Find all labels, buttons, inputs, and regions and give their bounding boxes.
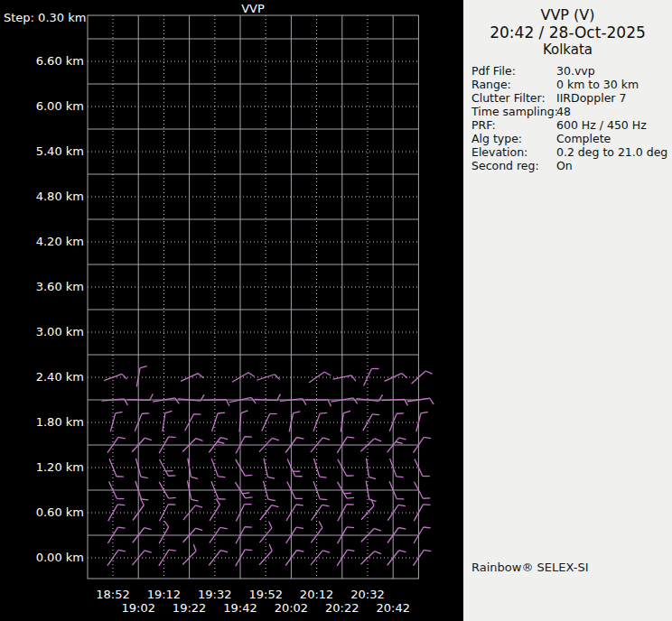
field-label: Time sampling: [471, 105, 558, 118]
wind-barb-staff [127, 400, 150, 401]
wind-barb [127, 394, 154, 400]
wind-barb-feather [421, 412, 428, 413]
wind-barb [286, 505, 303, 521]
field-row: Second reg:On [463, 159, 672, 172]
wind-barb-feather [347, 437, 354, 438]
wind-barb-staff [364, 368, 372, 385]
wind-barb-feather [245, 550, 252, 551]
field-label: Pdf File: [471, 64, 516, 78]
wind-barb-feather [294, 412, 301, 413]
wind-barb [331, 398, 357, 404]
time-label: 18:52 [88, 589, 138, 601]
wind-barb-feather [375, 439, 381, 441]
wind-barb-feather [267, 477, 275, 478]
altitude-label: 5.40 km [5, 145, 84, 158]
wind-barb-feather [196, 528, 203, 530]
time-label: 19:42 [215, 602, 266, 615]
wind-barb-feather [269, 522, 272, 528]
wind-barb-feather [118, 550, 126, 551]
wind-barb-feather [369, 477, 376, 478]
field-value: Complete [556, 132, 611, 145]
wind-barb [333, 375, 356, 381]
panel-title: VVP (V) [463, 6, 672, 23]
wind-barb [163, 411, 173, 431]
field-value: 48 [556, 105, 571, 118]
wind-barb-feather [398, 528, 406, 530]
wind-barb-feather [141, 477, 148, 477]
wind-barb [314, 459, 327, 477]
wind-barb-staff [109, 459, 117, 476]
wind-barb-feather [169, 497, 176, 498]
altitude-label: 3.00 km [5, 326, 84, 338]
wind-barb-feather [399, 551, 406, 552]
wind-barb [108, 505, 125, 521]
wind-barb [387, 551, 406, 566]
wind-barb [366, 481, 376, 502]
wind-barb-feather [220, 438, 228, 440]
altitude-label: 1.20 km [5, 461, 84, 474]
altitude-label: 6.00 km [5, 100, 84, 113]
wind-barb-staff [104, 374, 122, 380]
brand-footer: Rainbow® SELEX-SI [471, 561, 589, 574]
chart-frame [88, 15, 418, 579]
wind-barb-feather [268, 499, 275, 500]
wind-barb-feather [424, 550, 431, 551]
panel-station: Kolkata [463, 42, 672, 59]
field-row: PRF:600 Hz / 450 Hz [463, 118, 672, 132]
wind-barb-feather [424, 437, 431, 438]
wind-barb-feather [320, 477, 327, 477]
wind-barb [263, 481, 275, 501]
wind-barb-feather [140, 366, 147, 368]
wind-barb-feather [397, 477, 404, 477]
time-label: 19:52 [240, 589, 291, 601]
wind-barb-feather [296, 505, 303, 505]
wind-barb-feather [347, 497, 354, 498]
wind-barb-feather [150, 394, 154, 400]
wind-barb-feather [218, 477, 225, 477]
wind-barb-feather [372, 414, 379, 415]
time-label: 20:02 [266, 602, 316, 615]
wind-barb [387, 505, 406, 520]
wind-barb-feather [320, 412, 327, 413]
wind-barb-feather [344, 493, 351, 494]
panel-datetime: 20:42 / 28-Oct-2025 [463, 23, 672, 42]
field-row: Alg type:Complete [463, 132, 672, 145]
wind-barb-feather [351, 375, 356, 381]
time-label: 19:22 [164, 602, 215, 615]
wind-barb-feather [193, 544, 196, 551]
field-list: Pdf File:30.vvpRange:0 km to 30 kmClutte… [463, 64, 672, 172]
wind-barb-feather [191, 499, 199, 501]
wind-barb-feather [319, 522, 322, 528]
altitude-label: 4.20 km [5, 236, 84, 248]
wind-barb-feather [374, 528, 381, 531]
wind-barb-feather [242, 493, 249, 494]
wind-barb-feather [116, 412, 123, 412]
wind-barb [407, 398, 434, 404]
info-panel: VVP (V) 20:42 / 28-Oct-2025 Kolkata Pdf … [463, 0, 672, 621]
wind-barb-staff [163, 413, 165, 432]
wind-barb [229, 397, 256, 403]
wind-barb-feather [198, 374, 203, 378]
time-label: 20:22 [317, 602, 368, 615]
wind-barb-feather [272, 505, 279, 507]
wind-barb-staff [211, 459, 218, 477]
wind-barb [287, 459, 303, 476]
wind-barb [109, 459, 124, 477]
wind-barb-feather [164, 521, 169, 527]
wind-barb-feather [241, 411, 248, 413]
wind-barb-feather [296, 527, 303, 528]
wind-barb-feather [165, 411, 173, 412]
field-value: 0 km to 30 km [556, 78, 639, 91]
wind-barb-feather [145, 438, 152, 440]
wind-barb [153, 398, 179, 404]
wind-barb-feather [324, 372, 331, 375]
wind-barb [203, 400, 229, 406]
wind-barb [110, 412, 122, 431]
field-value: On [556, 159, 573, 172]
wind-barb-feather [141, 499, 148, 500]
wind-barb-feather [220, 551, 228, 552]
altitude-label: 3.60 km [5, 281, 84, 293]
time-label: 19:02 [113, 602, 163, 615]
wind-barb-feather [343, 411, 350, 412]
wind-barb-feather [145, 528, 152, 530]
